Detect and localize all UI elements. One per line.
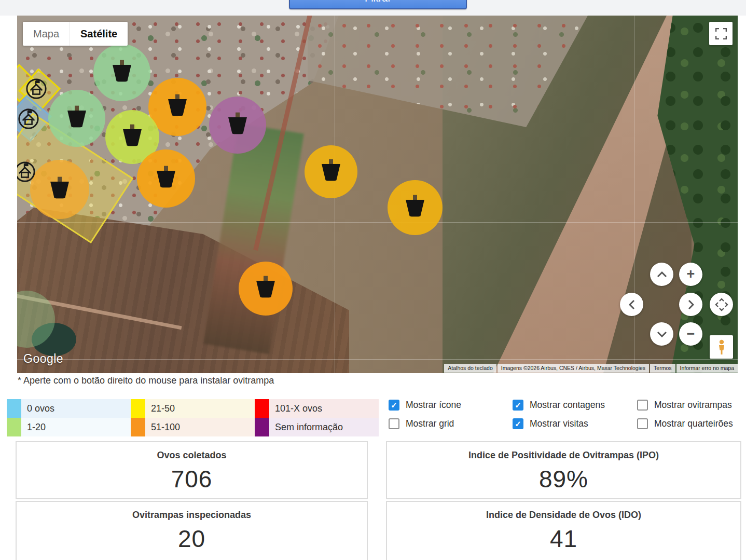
move-mode-button[interactable]	[710, 293, 733, 316]
toggle-label: Mostrar grid	[406, 418, 454, 429]
legend-swatch	[131, 418, 145, 436]
bucket-icon	[168, 94, 187, 116]
checkbox-mostrar-icone[interactable]: ✓	[389, 400, 399, 411]
bucket-icon	[406, 195, 424, 217]
zoom-in-button[interactable]: +	[679, 263, 702, 286]
pan-right-button[interactable]	[679, 293, 702, 316]
map-type-satellite-button[interactable]: Satélite	[70, 22, 128, 46]
ovitrap-marker[interactable]	[48, 90, 105, 147]
ovitrap-marker[interactable]	[209, 97, 266, 154]
visit-house-icon[interactable]	[25, 77, 48, 100]
stat-value: 706	[17, 465, 367, 493]
google-logo: Google	[23, 352, 63, 366]
checkbox-mostrar-ovitrampas[interactable]	[637, 400, 648, 411]
marker-layer	[17, 16, 738, 373]
legend-column: 21-50 51-100	[131, 399, 255, 436]
stat-title: Ovos coletados	[17, 442, 367, 461]
toggle-column: ✓ Mostrar ícone Mostrar grid	[389, 400, 461, 437]
pegman-icon	[717, 339, 726, 355]
toggle-label: Mostrar visitas	[530, 418, 588, 429]
legend-label: 0 ovos	[21, 399, 131, 418]
stat-value: 20	[17, 525, 367, 553]
bucket-icon	[322, 159, 340, 181]
bucket-icon	[50, 177, 69, 199]
stat-value: 89%	[387, 465, 740, 493]
top-bar: Filtrar	[0, 0, 746, 16]
stat-title: Ovitrampas inspecionadas	[17, 502, 367, 521]
toggle-mostrar-quarteiroes: Mostrar quarteirões	[637, 418, 733, 429]
bucket-icon	[113, 60, 131, 82]
legend-swatch	[131, 399, 145, 418]
legend-item-0-ovos: 0 ovos	[7, 399, 131, 418]
ovitrap-marker[interactable]	[305, 145, 357, 198]
visit-house-icon[interactable]	[17, 160, 36, 183]
stat-value: 41	[387, 525, 740, 553]
stat-ido: Indice de Densidade de Ovos (IDO) 41	[386, 501, 741, 560]
pan-down-button[interactable]	[650, 322, 673, 346]
chevron-up-icon	[657, 271, 667, 278]
legend-label: 1-20	[21, 418, 131, 436]
toggle-label: Mostrar ovitrampas	[654, 400, 732, 411]
bucket-icon	[67, 106, 86, 128]
legend-item-51-100: 51-100	[131, 418, 255, 436]
install-hint-text: * Aperte com o botão direito do mouse pa…	[18, 375, 274, 386]
map-type-map-button[interactable]: Mapa	[23, 22, 70, 46]
stat-ovitrampas-inspecionadas: Ovitrampas inspecionadas 20	[16, 501, 368, 560]
stat-title: Indice de Densidade de Ovos (IDO)	[387, 502, 740, 521]
legend-label: 51-100	[145, 418, 255, 436]
minus-icon: −	[687, 327, 695, 341]
ovitrap-marker[interactable]	[137, 149, 195, 208]
fullscreen-button[interactable]	[709, 22, 733, 45]
bucket-icon	[157, 166, 175, 188]
terms-link[interactable]: Termos	[650, 364, 675, 373]
toggle-mostrar-icone: ✓ Mostrar ícone	[389, 400, 461, 411]
stat-title: Indice de Positividade de Ovitrampas (IP…	[387, 442, 740, 461]
imagery-credit: Imagens ©2026 Airbus, CNES / Airbus, Max…	[498, 364, 649, 373]
ovitrap-marker[interactable]	[93, 44, 150, 101]
legend-item-1-20: 1-20	[7, 418, 131, 436]
legend-column: 101-X ovos Sem informação	[255, 399, 379, 436]
toggle-label: Mostrar ícone	[406, 400, 461, 411]
chevron-left-icon	[629, 299, 635, 310]
ovitrap-marker[interactable]	[30, 160, 89, 219]
pan-arrows-icon	[715, 298, 728, 311]
legend-label: 101-X ovos	[269, 399, 379, 418]
toggle-label: Mostrar contagens	[530, 400, 605, 411]
filter-button[interactable]: Filtrar	[289, 0, 467, 9]
legend-swatch	[255, 399, 269, 418]
legend-swatch	[7, 418, 21, 436]
app-root: Filtrar	[0, 0, 746, 560]
report-map-error-link[interactable]: Informar erro no mapa	[676, 364, 738, 373]
satellite-map[interactable]: Mapa Satélite +	[17, 16, 738, 373]
chevron-right-icon	[688, 299, 694, 310]
pan-left-button[interactable]	[620, 293, 643, 316]
toggle-mostrar-ovitrampas: Mostrar ovitrampas	[637, 400, 733, 411]
bucket-icon	[256, 276, 275, 298]
legend-column: 0 ovos 1-20	[7, 399, 131, 436]
map-type-control: Mapa Satélite	[23, 22, 128, 46]
ovitrap-marker[interactable]	[239, 262, 293, 316]
visit-house-icon[interactable]	[17, 107, 40, 130]
stats-panel-right: Indice de Positividade de Ovitrampas (IP…	[386, 441, 741, 560]
legend-item-sem-informacao: Sem informação	[255, 418, 379, 436]
plus-icon: +	[687, 267, 695, 281]
toggle-column: Mostrar ovitrampas Mostrar quarteirões	[637, 400, 733, 437]
checkbox-mostrar-grid[interactable]	[389, 418, 399, 429]
checkbox-mostrar-quarteiroes[interactable]	[637, 418, 648, 429]
toggle-mostrar-grid: Mostrar grid	[389, 418, 461, 429]
ovitrap-marker[interactable]	[388, 180, 443, 235]
legend-label: 21-50	[145, 399, 255, 418]
checkbox-mostrar-visitas[interactable]: ✓	[513, 418, 523, 429]
bucket-icon	[123, 125, 142, 146]
legend-swatch	[7, 399, 21, 418]
keyboard-shortcuts-link[interactable]: Atalhos do teclado	[444, 364, 496, 373]
map-attribution: Atalhos do teclado Imagens ©2026 Airbus,…	[443, 364, 738, 373]
pegman-button[interactable]	[710, 335, 733, 359]
zoom-out-button[interactable]: −	[679, 322, 702, 346]
checkbox-mostrar-contagens[interactable]: ✓	[513, 400, 523, 411]
legend: 0 ovos 1-20 21-50 51-100 101-X ovos	[7, 399, 379, 436]
chevron-down-icon	[657, 331, 667, 337]
stats-panel-left: Ovos coletados 706 Ovitrampas inspeciona…	[16, 441, 368, 560]
pan-up-button[interactable]	[650, 263, 673, 286]
fullscreen-icon	[715, 28, 727, 39]
